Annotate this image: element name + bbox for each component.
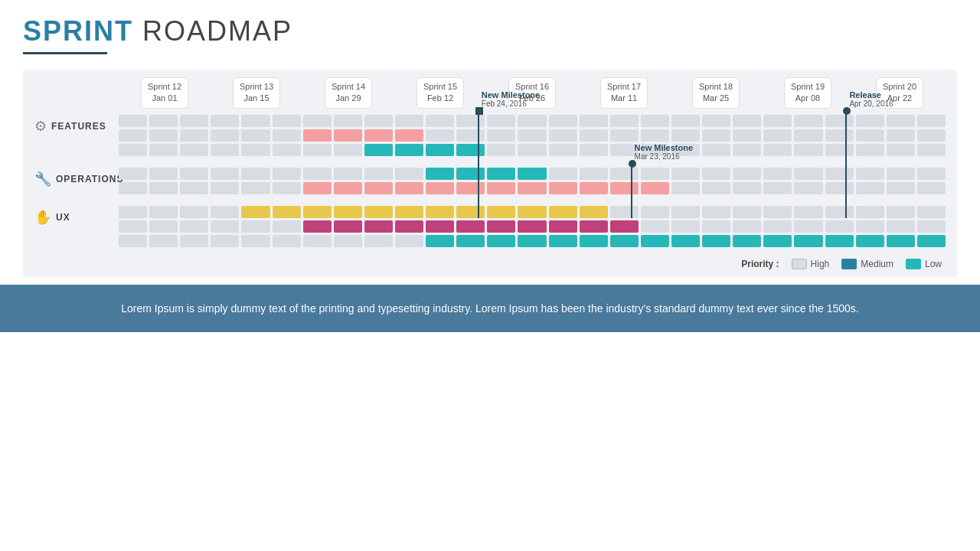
task-box <box>917 129 946 142</box>
task-box <box>856 168 884 180</box>
sprint-label-20: Sprint 20Apr 22 <box>876 77 923 109</box>
task-box <box>487 182 515 194</box>
features-title: FEATURES <box>51 121 106 132</box>
legend-priority-label: Priority : <box>741 259 779 269</box>
operations-header: 🔧 OPERATIONS <box>34 168 119 187</box>
task-box <box>180 182 208 194</box>
task-box <box>334 115 362 127</box>
task-box <box>364 235 393 247</box>
task-box <box>518 182 546 194</box>
task-box <box>825 182 854 194</box>
task-box <box>671 206 700 218</box>
sprint-col-14: Sprint 14Jan 29 <box>302 77 394 109</box>
operations-title: OPERATIONS <box>56 174 123 184</box>
task-box <box>487 115 515 127</box>
task-box <box>334 129 362 142</box>
task-box <box>273 144 301 156</box>
priority-legend: Priority : High Medium Low <box>34 259 946 269</box>
task-box <box>426 144 454 156</box>
task-box <box>702 206 730 218</box>
task-box <box>763 115 792 127</box>
task-box <box>671 220 700 233</box>
task-box <box>334 220 362 233</box>
task-box <box>303 220 332 233</box>
task-box <box>241 168 270 180</box>
task-box <box>549 206 577 218</box>
task-box <box>303 206 332 218</box>
task-box <box>917 206 946 218</box>
title-highlight: SPRINT <box>23 15 133 47</box>
task-box <box>733 206 761 218</box>
task-box <box>487 235 515 247</box>
task-box <box>702 182 730 194</box>
task-box <box>273 182 301 194</box>
task-box <box>733 235 761 247</box>
task-box <box>180 206 208 218</box>
task-box <box>702 144 730 156</box>
task-box <box>241 206 270 218</box>
task-box <box>580 206 608 218</box>
task-box <box>641 115 669 127</box>
task-box <box>702 115 730 127</box>
task-box <box>426 115 454 127</box>
task-box <box>211 235 239 247</box>
task-box <box>426 182 454 194</box>
task-box <box>119 206 147 218</box>
task-box <box>273 168 301 180</box>
sprint-label-14: Sprint 14Jan 29 <box>325 77 372 109</box>
ux-row-1 <box>119 206 946 218</box>
task-box <box>211 220 239 233</box>
task-box <box>303 168 332 180</box>
legend-medium-box <box>841 259 857 269</box>
operations-row-2 <box>119 182 946 194</box>
task-box <box>763 235 792 247</box>
task-box <box>794 206 822 218</box>
task-box <box>426 129 454 142</box>
task-box <box>395 168 423 180</box>
task-box <box>549 129 577 142</box>
task-box <box>303 129 332 142</box>
task-box <box>641 129 669 142</box>
task-box <box>273 220 301 233</box>
features-header: ⚙ FEATURES <box>34 115 119 135</box>
task-box <box>794 168 822 180</box>
task-box <box>641 182 669 194</box>
task-box <box>549 182 577 194</box>
task-box <box>211 206 239 218</box>
task-box <box>887 206 915 218</box>
task-box <box>763 182 792 194</box>
task-box <box>825 206 854 218</box>
ux-icon: ✋ <box>34 209 51 226</box>
task-box <box>733 182 761 194</box>
task-box <box>303 235 332 247</box>
ux-header: ✋ UX <box>34 206 119 226</box>
header: SPRINT ROADMAP <box>0 0 980 62</box>
task-box <box>671 115 700 127</box>
task-box <box>794 144 822 156</box>
task-box <box>856 182 884 194</box>
task-box <box>364 206 393 218</box>
task-box <box>303 182 332 194</box>
sprint-label-16: Sprint 16Feb 26 <box>508 77 556 109</box>
sprint-col-15: Sprint 15Feb 12 <box>394 77 486 109</box>
task-box <box>334 182 362 194</box>
task-box <box>733 144 761 156</box>
task-box <box>180 144 208 156</box>
task-box <box>856 129 884 142</box>
sprint-col-18: Sprint 18Mar 25 <box>670 77 762 109</box>
task-box <box>119 235 147 247</box>
chart-container: Sprint 12Jan 01 Sprint 13Jan 15 Sprint 1… <box>23 70 957 277</box>
task-box <box>518 235 546 247</box>
task-box <box>549 168 577 180</box>
task-box <box>456 115 485 127</box>
task-box <box>702 220 730 233</box>
task-box <box>917 220 946 233</box>
task-box <box>702 129 730 142</box>
legend-low-box <box>906 259 921 269</box>
task-box <box>180 220 208 233</box>
task-box <box>887 115 915 127</box>
task-box <box>610 235 639 247</box>
task-box <box>671 235 700 247</box>
task-box <box>334 235 362 247</box>
sprint-label-15: Sprint 15Feb 12 <box>416 77 464 109</box>
